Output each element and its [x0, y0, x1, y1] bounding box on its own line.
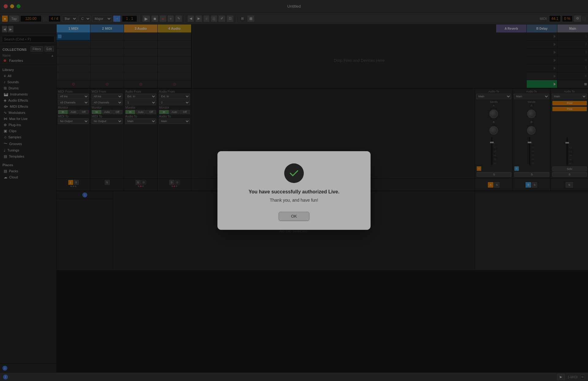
modal-ok-button[interactable]: OK	[279, 212, 310, 221]
modal-success-icon	[284, 163, 304, 183]
checkmark-icon	[288, 168, 300, 179]
modal-title-text: You have successfully authorized Live.	[249, 189, 340, 195]
modal-dialog: You have successfully authorized Live. T…	[217, 151, 371, 230]
modal-overlay: You have successfully authorized Live. T…	[0, 0, 588, 381]
modal-subtitle-text: Thank you, and have fun!	[270, 198, 318, 203]
